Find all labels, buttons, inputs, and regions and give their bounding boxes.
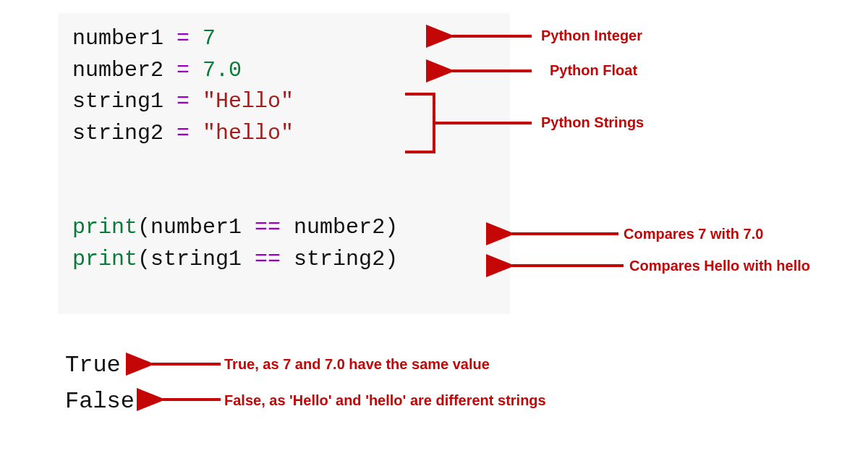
token-assign: = — [176, 58, 190, 83]
token-paren: ) — [385, 247, 398, 271]
token-string: "Hello" — [203, 89, 294, 114]
code-blank-line — [72, 149, 495, 181]
annotation-compare-1: Compares 7 with 7.0 — [624, 226, 763, 242]
token-var: string2 — [72, 121, 163, 145]
token-number: 7 — [203, 26, 216, 51]
output-block: True False — [65, 347, 135, 419]
token-paren: ( — [137, 247, 150, 271]
token-func: print — [72, 215, 137, 240]
token-assign: = — [176, 26, 190, 51]
token-paren: ( — [137, 215, 150, 240]
annotation-strings: Python Strings — [541, 114, 644, 131]
token-compare: == — [255, 215, 281, 240]
annotation-integer: Python Integer — [541, 28, 642, 44]
token-compare: == — [255, 247, 281, 271]
code-line-7: print(string1 == string2) — [72, 244, 495, 276]
token-string: "hello" — [203, 121, 294, 145]
token-var: number2 — [72, 58, 163, 83]
token-paren: ) — [385, 215, 398, 240]
token-var: string1 — [150, 247, 242, 271]
code-line-4: string2 = "hello" — [72, 118, 495, 150]
token-var: number1 — [72, 26, 163, 51]
token-assign: = — [176, 89, 190, 114]
code-line-1: number1 = 7 — [72, 23, 495, 55]
token-var: string1 — [72, 89, 163, 114]
code-line-2: number2 = 7.0 — [72, 55, 495, 87]
token-number: 7.0 — [203, 58, 242, 83]
token-func: print — [72, 247, 137, 271]
code-line-6: print(number1 == number2) — [72, 212, 495, 244]
code-line-3: string1 = "Hello" — [72, 86, 495, 118]
token-var: string2 — [294, 247, 385, 271]
token-assign: = — [176, 121, 190, 145]
output-line-2: False — [65, 384, 135, 420]
annotation-output-2: False, as 'Hello' and 'hello' are differ… — [224, 392, 546, 409]
token-var: number2 — [294, 215, 385, 240]
annotation-compare-2: Compares Hello with hello — [629, 258, 810, 274]
annotation-output-1: True, as 7 and 7.0 have the same value — [224, 356, 490, 373]
annotation-float: Python Float — [550, 62, 637, 79]
output-line-1: True — [65, 347, 135, 384]
code-block: number1 = 7 number2 = 7.0 string1 = "Hel… — [58, 13, 510, 314]
token-var: number1 — [150, 215, 242, 240]
code-blank-line — [72, 181, 495, 213]
